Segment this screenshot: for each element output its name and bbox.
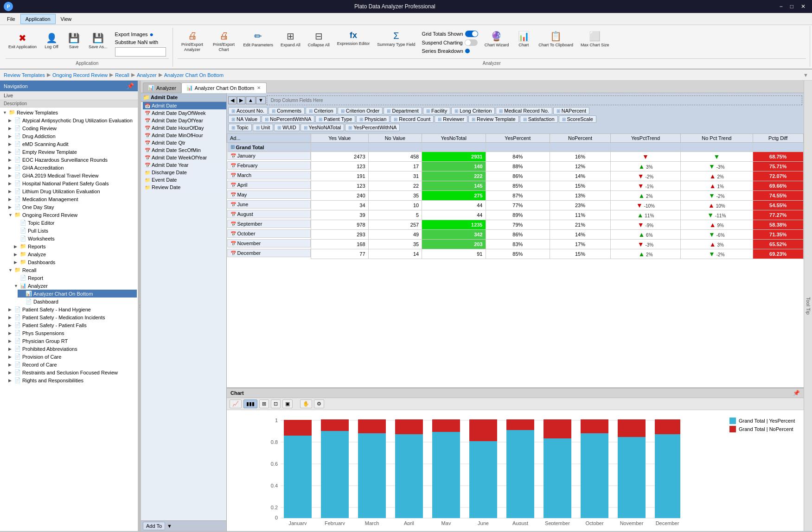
tree-medication[interactable]: ▶📄Medication Management	[6, 195, 137, 203]
field-tag-yesnototal[interactable]: ⊞YesNoNATotal	[301, 124, 345, 131]
field-item-dayofweek[interactable]: 📅 Admit Date DayOfWeek	[143, 109, 226, 117]
tree-empty[interactable]: ▶📄Empty Review Template	[6, 148, 137, 156]
field-tag-account[interactable]: ⊞Account No.	[228, 107, 268, 114]
tree-report-recall[interactable]: ▶📄Report	[12, 274, 137, 282]
tree-lithium[interactable]: ▶📄Lithium Drug Utilization Evaluation	[6, 187, 137, 195]
field-tag-review-template[interactable]: ⊞Review Template	[468, 115, 519, 123]
tab-analyzer-chart[interactable]: 📊 Analyzer Chart On Bottom ✕	[181, 82, 267, 93]
breadcrumb-chart-on-bottom[interactable]: Analyzer Chart On Bottom	[164, 72, 224, 78]
tree-topic-editor[interactable]: ▶📄Topic Editor	[12, 219, 137, 227]
tree-patient-med[interactable]: ▶📄Patient Safety - Medication Incidents	[6, 313, 137, 321]
export-input[interactable]	[115, 47, 166, 57]
field-item-minofhour[interactable]: 📅 Admit Date MinOfHour	[143, 132, 226, 139]
collapse-all-btn[interactable]: ⊟ Collapse All	[305, 29, 332, 50]
breadcrumb-recall[interactable]: Recall	[115, 72, 129, 78]
add-to-btn[interactable]: Add To	[143, 522, 165, 530]
tree-restraints[interactable]: ▶📄Restraints and Seclusion Focused Revie…	[6, 368, 137, 376]
tab-analyzer[interactable]: 📊 Analyzer	[143, 82, 181, 93]
data-grid-scroll[interactable]: Ad... Yes Value No Value YesNoTotal YesP…	[227, 133, 804, 387]
tree-dashboard-recall[interactable]: ▶📄Dashboard	[18, 298, 137, 305]
max-chart-btn[interactable]: ⬜ Max Chart Size	[578, 29, 612, 50]
scroll-left-btn[interactable]: ◀	[228, 96, 237, 104]
field-tag-reviewer[interactable]: ⊞Reviewer	[435, 115, 467, 123]
scroll-down-btn[interactable]: ▼	[256, 96, 266, 104]
chart-wizard-btn[interactable]: 🔮 Chart Wizard	[482, 29, 512, 50]
menu-application[interactable]: Application	[20, 14, 56, 24]
field-item-review[interactable]: 📁 Review Date	[143, 184, 226, 191]
field-tag-patient-type[interactable]: ⊞Patient Type	[315, 115, 355, 123]
tree-analyzer-chart-bottom[interactable]: ▶📊Analyzer Chart On Bottom	[18, 290, 137, 298]
breadcrumb-review-templates[interactable]: Review Templates	[4, 72, 45, 78]
field-item-admit-date[interactable]: 📅 Admit Date	[143, 102, 226, 109]
field-item-dayofyear[interactable]: 📅 Admit Date DayOfYear	[143, 117, 226, 124]
field-tag-yespercent-na[interactable]: ⊞YesPercentWithNA	[345, 124, 400, 131]
field-tag-long-criterion[interactable]: ⊞Long Criterion	[451, 107, 495, 114]
scroll-up-btn[interactable]: ▲	[246, 96, 256, 104]
field-tag-unit[interactable]: ⊞Unit	[253, 124, 274, 131]
chart-type-bar[interactable]: ▮▮▮	[243, 399, 257, 408]
field-tag-comments[interactable]: ⊞Comments	[269, 107, 305, 114]
tree-recall[interactable]: ▼📁Recall	[6, 266, 137, 274]
tree-coding[interactable]: ▶📄Coding Review	[6, 124, 137, 132]
tree-phys-susp[interactable]: ▶📄Phys Suspensions	[6, 329, 137, 337]
tree-prohibited[interactable]: ▶📄Prohibited Abbreviations	[6, 345, 137, 353]
tree-ongoing[interactable]: ▼📁Ongoing Record Review	[6, 211, 137, 219]
tree-pull-lists[interactable]: ▶📄Pull Lists	[12, 227, 137, 234]
field-tag-facility[interactable]: ⊞Facility	[423, 107, 450, 114]
breadcrumb-ongoing-record[interactable]: Ongoing Record Review	[52, 72, 108, 78]
minimize-btn[interactable]: −	[777, 2, 786, 11]
field-tag-criterion-order[interactable]: ⊞Criterion Order	[338, 107, 383, 114]
field-tag-napercent[interactable]: ⊞NAPercent	[553, 107, 589, 114]
close-btn[interactable]: ✕	[798, 2, 808, 11]
field-tag-wuid[interactable]: ⊞WUID	[274, 124, 299, 131]
edit-params-btn[interactable]: ✏ Edit Parameters	[241, 29, 276, 50]
chart-type-line[interactable]: 📈	[230, 399, 242, 408]
scroll-right-btn[interactable]: ▶	[237, 96, 245, 104]
tree-eoc[interactable]: ▶📄EOC Hazardous Surveillance Rounds	[6, 156, 137, 164]
field-item-hourofday[interactable]: 📅 Admit Date HourOfDay	[143, 124, 226, 132]
chart-btn[interactable]: 📊 Chart	[513, 29, 534, 50]
field-tag-criterion[interactable]: ⊞Criterion	[306, 107, 337, 114]
print-export-analyzer-btn[interactable]: 🖨 Print/Export Analyzer	[178, 29, 207, 54]
field-tag-department[interactable]: ⊞Department	[384, 107, 422, 114]
grid-totals-toggle[interactable]	[465, 31, 478, 37]
tree-hospital[interactable]: ▶📄Hospital National Patient Safety Goals	[6, 179, 137, 187]
tree-emd[interactable]: ▶📄eMD Scanning Audit	[6, 140, 137, 148]
breadcrumb-arrow[interactable]: ▼	[803, 72, 808, 78]
tree-record-care[interactable]: ▶📄Record of Care	[6, 361, 137, 368]
field-tag-nopercent-na[interactable]: ⊞NoPercentWithNA	[262, 115, 314, 123]
field-item-discharge[interactable]: 📁 Discharge Date	[143, 169, 226, 176]
field-tag-physician[interactable]: ⊞Physician	[356, 115, 390, 123]
print-export-chart-btn[interactable]: 🖨 Print/Export Chart	[209, 29, 239, 54]
tree-provision[interactable]: ▶📄Provision of Care	[6, 353, 137, 361]
expand-all-btn[interactable]: ⊞ Expand All	[278, 29, 303, 50]
tree-physician-group[interactable]: ▶📄Physician Group RT	[6, 337, 137, 345]
tree-reports-ongoing[interactable]: ▶📁Reports	[12, 242, 137, 250]
tree-atypical[interactable]: ▶📄Atypical Antipsychotic Drug Utilizatio…	[6, 116, 137, 124]
tab-close-btn[interactable]: ✕	[256, 85, 262, 90]
tree-drug[interactable]: ▶📄Drug Addiction	[6, 132, 137, 140]
tree-dashboards-ongoing[interactable]: ▶📁Dashboards	[12, 258, 137, 266]
tree-review-templates[interactable]: ▼ 📁 Review Templates	[1, 108, 137, 116]
logoff-btn[interactable]: 👤 Log Off	[41, 31, 62, 51]
window-controls[interactable]: − □ ✕	[777, 2, 808, 11]
tree-worksheets[interactable]: ▶📄Worksheets	[12, 234, 137, 242]
chart-type-other[interactable]: ▣	[282, 399, 293, 408]
suspend-charting-toggle[interactable]	[465, 39, 478, 46]
field-tag-medical-record[interactable]: ⊞Medical Record No.	[496, 107, 552, 114]
save-btn[interactable]: 💾 Save	[64, 31, 84, 51]
saveas-btn[interactable]: 💾 Save As...	[86, 31, 110, 51]
field-tag-record-count[interactable]: ⊞Record Count	[390, 115, 434, 123]
chart-type-scatter[interactable]: ⊡	[271, 399, 281, 408]
tree-oneday[interactable]: ▶📄One Day Stay	[6, 203, 137, 211]
chart-clipboard-btn[interactable]: 📋 Chart To Clipboard	[536, 29, 576, 50]
tree-analyzer-recall[interactable]: ▼📊Analyzer	[12, 282, 137, 290]
chart-settings-btn[interactable]: ⚙	[314, 399, 324, 408]
chart-pan-btn[interactable]: ✋	[300, 399, 312, 408]
field-tag-satisfaction[interactable]: ⊞Satisfaction	[520, 115, 558, 123]
add-to-arrow[interactable]: ▼	[167, 523, 172, 529]
field-item-qtr[interactable]: 📅 Admit Date Qtr	[143, 139, 226, 146]
summary-type-btn[interactable]: Σ Summary Type Field	[374, 29, 418, 49]
field-item-event[interactable]: 📁 Event Date	[143, 176, 226, 184]
expression-editor-btn[interactable]: fx Expression Editor	[334, 29, 373, 48]
